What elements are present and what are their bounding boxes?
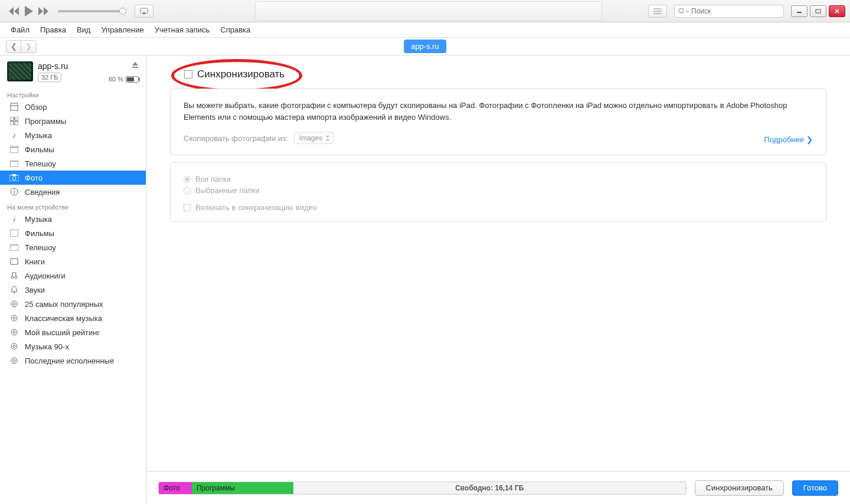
sidebar-item-label: Телешоу xyxy=(25,243,56,252)
nav-back-button[interactable]: ❮ xyxy=(6,40,21,53)
nav-forward-button[interactable]: ❯ xyxy=(21,40,37,53)
gear-icon xyxy=(9,313,19,323)
device-header: app-s.ru 32 ГБ 60 % xyxy=(0,55,146,87)
sidebar-item-info[interactable]: iСведения xyxy=(0,185,146,199)
search-input[interactable] xyxy=(691,7,780,15)
window-minimize-button[interactable] xyxy=(791,5,808,17)
now-playing-display xyxy=(255,1,602,21)
sidebar-item-tvshows[interactable]: Телешоу xyxy=(0,156,146,171)
eject-icon[interactable] xyxy=(132,61,139,68)
window-close-button[interactable] xyxy=(829,5,845,17)
svg-rect-7 xyxy=(816,9,820,13)
svg-point-34 xyxy=(13,331,15,333)
content-area: Синхронизировать Вы можете выбрать, каки… xyxy=(146,55,850,504)
play-button[interactable] xyxy=(24,6,34,17)
sidebar-item-device-audiobooks[interactable]: Аудиокниги xyxy=(0,269,146,283)
next-track-button[interactable] xyxy=(38,7,50,15)
copy-from-label: Скопировать фотографии из: xyxy=(184,134,288,143)
sub-header: ❮ ❯ app-s.ru xyxy=(0,38,850,55)
svg-rect-13 xyxy=(15,117,18,120)
movies-icon xyxy=(9,228,19,238)
device-name: app-s.ru xyxy=(38,61,139,71)
sidebar-item-device-movies[interactable]: Фильмы xyxy=(0,226,146,240)
volume-slider[interactable] xyxy=(58,10,123,12)
apps-icon xyxy=(9,116,19,126)
sidebar-item-top-rated[interactable]: Мой высший рейтинг xyxy=(0,325,146,339)
movies-icon xyxy=(9,145,19,154)
sidebar-item-label: Книги xyxy=(25,257,45,266)
gear-icon xyxy=(9,328,19,337)
sidebar-item-movies[interactable]: Фильмы xyxy=(0,142,146,156)
menu-controls[interactable]: Управление xyxy=(96,24,148,36)
sidebar-item-device-music[interactable]: ♪Музыка xyxy=(0,212,146,226)
sidebar-item-apps[interactable]: Программы xyxy=(0,114,146,128)
menu-file[interactable]: Файл xyxy=(6,24,34,36)
svg-rect-24 xyxy=(10,230,18,237)
tv-icon xyxy=(9,159,19,168)
sidebar-item-label: Фильмы xyxy=(25,229,54,238)
include-video-checkbox[interactable] xyxy=(184,204,191,211)
sync-label: Синхронизировать xyxy=(197,68,285,80)
tv-icon xyxy=(9,243,19,252)
prev-track-button[interactable] xyxy=(8,7,20,15)
battery-icon xyxy=(126,76,139,83)
radio-selected-folders[interactable] xyxy=(184,187,191,194)
svg-rect-16 xyxy=(10,146,18,153)
learn-more-link[interactable]: Подробнее❯ xyxy=(764,135,813,144)
sidebar-item-label: Классическая музыка xyxy=(25,314,102,323)
menu-view[interactable]: Вид xyxy=(72,24,96,36)
sidebar-item-classical[interactable]: Классическая музыка xyxy=(0,311,146,325)
window-maximize-button[interactable] xyxy=(810,5,826,17)
sidebar-item-summary[interactable]: Обзор xyxy=(0,100,146,114)
search-box[interactable] xyxy=(674,5,784,18)
radio-all-folders[interactable] xyxy=(184,176,191,183)
sidebar-item-device-tvshows[interactable]: Телешоу xyxy=(0,240,146,254)
sidebar-item-label: Музыка xyxy=(25,131,52,140)
svg-point-30 xyxy=(13,303,15,305)
svg-point-20 xyxy=(12,176,16,180)
sidebar-item-device-books[interactable]: Книги xyxy=(0,254,146,269)
sidebar-item-label: Телешоу xyxy=(25,159,56,168)
done-button[interactable]: Готово xyxy=(792,480,838,496)
camera-icon xyxy=(9,173,19,182)
storage-segment-free: Свободно: 16,14 ГБ xyxy=(293,482,686,494)
sidebar-item-photos[interactable]: Фото xyxy=(0,171,146,185)
sidebar-section-settings: Настройки xyxy=(0,87,146,100)
sidebar-item-top25[interactable]: 25 самых популярных xyxy=(0,297,146,311)
airplay-button[interactable] xyxy=(135,5,153,18)
sidebar-item-label: Музыка 90-х xyxy=(25,342,69,351)
menu-help[interactable]: Справка xyxy=(215,24,255,36)
menu-edit[interactable]: Правка xyxy=(35,24,71,36)
svg-point-4 xyxy=(679,8,684,13)
svg-rect-12 xyxy=(10,117,14,120)
sidebar-item-recent[interactable]: Последние исполненные xyxy=(0,354,146,368)
player-toolbar xyxy=(0,0,850,22)
svg-point-27 xyxy=(15,276,17,279)
options-panel: Все папки Выбранные папки Включать в син… xyxy=(170,162,826,222)
sidebar-item-device-tones[interactable]: Звуки xyxy=(0,283,146,297)
svg-point-29 xyxy=(11,301,17,307)
menu-bar: Файл Правка Вид Управление Учетная запис… xyxy=(0,22,850,38)
info-icon: i xyxy=(9,187,19,197)
sidebar-item-90s[interactable]: Музыка 90-х xyxy=(0,339,146,354)
sync-checkbox[interactable] xyxy=(184,70,192,78)
source-folder-select[interactable]: Images xyxy=(294,132,334,144)
sidebar-item-music[interactable]: ♪Музыка xyxy=(0,128,146,142)
summary-icon xyxy=(9,102,19,112)
svg-rect-21 xyxy=(12,174,16,176)
sidebar-item-label: Сведения xyxy=(25,188,60,197)
bell-icon xyxy=(9,285,19,294)
device-capacity-badge: 32 ГБ xyxy=(38,73,61,82)
svg-rect-15 xyxy=(15,122,18,125)
sync-button[interactable]: Синхронизировать xyxy=(695,480,784,496)
breadcrumb[interactable]: app-s.ru xyxy=(404,40,446,53)
menu-account[interactable]: Учетная запись xyxy=(150,24,215,36)
svg-point-36 xyxy=(13,345,15,348)
sidebar-item-label: Программы xyxy=(25,117,66,126)
search-icon xyxy=(678,8,684,15)
svg-point-33 xyxy=(11,329,17,335)
radio-label: Выбранные папки xyxy=(195,186,260,195)
storage-segment-photos: Фото xyxy=(159,482,192,494)
up-next-button[interactable] xyxy=(648,5,667,18)
chevron-right-icon: ❯ xyxy=(806,135,813,144)
